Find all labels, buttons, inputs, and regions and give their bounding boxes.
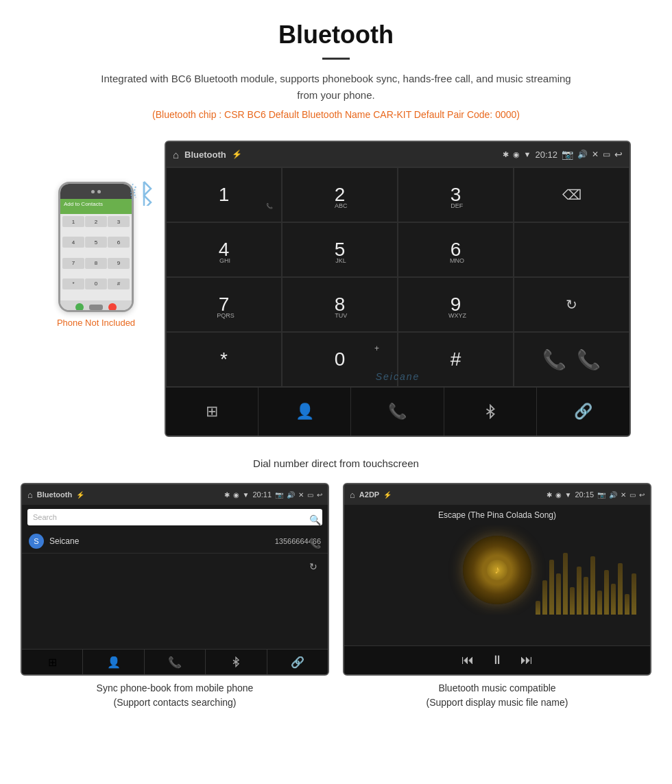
prev-icon[interactable]: ⏮ [461, 653, 474, 667]
pb-search-bar[interactable]: Search [27, 509, 322, 525]
car-usb-icon: ⚡ [232, 150, 242, 159]
pb-bottom-contact[interactable]: 👤 [83, 650, 144, 674]
music-usb-icon: ⚡ [383, 491, 392, 499]
header-specs: (Bluetooth chip : CSR BC6 Default Blueto… [14, 109, 658, 120]
phone-not-included-label: Phone Not Included [57, 318, 135, 328]
phone-red-btn [108, 303, 117, 311]
pb-search-icon[interactable]: 🔍 [309, 514, 321, 525]
pb-bottom-grid[interactable]: ⊞ [22, 650, 83, 674]
next-icon[interactable]: ⏭ [520, 653, 533, 667]
car-bottom-bluetooth-icon[interactable] [444, 388, 537, 436]
eq-bars-container [536, 553, 636, 615]
car-home-icon[interactable]: ⌂ [173, 149, 179, 161]
car-bottom-grid-icon[interactable]: ⊞ [166, 388, 259, 436]
eq-bar [536, 601, 540, 615]
dialer-key-star: * [62, 278, 84, 289]
back-icon[interactable]: ↩ [614, 149, 623, 160]
phone-dot-1 [91, 190, 95, 193]
music-cam-icon[interactable]: 📷 [597, 491, 605, 499]
refresh-icon[interactable]: ↻ [566, 296, 577, 313]
dial-key-1[interactable]: 1 📞 [166, 167, 282, 222]
pb-signal-icon: ▼ [243, 491, 250, 499]
dial-key-6[interactable]: 6 MNO [398, 222, 514, 277]
dial-key-7[interactable]: 7 PQRS [166, 277, 282, 332]
main-section: Add to Contacts 1 2 3 4 5 6 7 8 9 * 0 # [0, 141, 672, 451]
dialer-key-hash: # [108, 278, 130, 289]
pb-bottom-bt[interactable] [206, 650, 267, 674]
pb-contact-row[interactable]: S Seicane 13566664466 [22, 530, 328, 554]
call-green-icon[interactable]: 📞 [542, 348, 566, 371]
dialer-key-4: 4 [62, 237, 84, 248]
dialer-key-5: 5 [85, 237, 107, 248]
dial-key-2[interactable]: 2 ABC [282, 167, 398, 222]
car-bottom-phone-icon[interactable]: 📞 [351, 388, 444, 436]
pb-bottom-phone[interactable]: 📞 [145, 650, 206, 674]
car-bottom-contact-icon[interactable]: 👤 [259, 388, 351, 436]
car-header-left: ⌂ Bluetooth ⚡ [173, 149, 242, 161]
eq-bar [590, 556, 595, 615]
music-home-icon[interactable]: ⌂ [350, 490, 355, 500]
eq-bar [556, 573, 561, 615]
volume-icon[interactable]: 🔊 [577, 150, 588, 159]
music-artwork-area: ♪ [344, 525, 650, 615]
music-vol-icon[interactable]: 🔊 [609, 491, 617, 499]
dial-caption: Dial number direct from touchscreen [0, 458, 672, 469]
dial-key-4[interactable]: 4 GHI [166, 222, 282, 277]
eq-bar [549, 560, 554, 615]
call-red-icon[interactable]: 📞 [577, 348, 601, 371]
pb-call-icon[interactable]: 📞 [309, 538, 321, 549]
phonebook-caption: Sync phone-book from mobile phone (Suppo… [21, 681, 329, 710]
page-header: Bluetooth Integrated with BC6 Bluetooth … [0, 0, 672, 141]
pb-close-icon[interactable]: ✕ [298, 491, 304, 499]
pb-bt-icon: ✱ [224, 491, 230, 499]
dial-key-empty-1: ⌫ [514, 167, 629, 222]
dial-key-5[interactable]: 5 JKL [282, 222, 398, 277]
music-wrapper: ⌂ A2DP ⚡ ✱ ◉ ▼ 20:15 📷 🔊 ✕ ▭ ↩ Escape (T [343, 483, 651, 710]
window-icon[interactable]: ▭ [603, 150, 610, 159]
music-controls: ⏮ ⏸ ⏭ [344, 645, 650, 674]
music-bt-icon: ✱ [547, 491, 552, 499]
header-divider [322, 58, 350, 60]
close-icon[interactable]: ✕ [592, 150, 599, 159]
eq-bar [618, 563, 623, 615]
pb-refresh-icon2[interactable]: ↻ [309, 561, 321, 572]
car-bottom-link-icon[interactable]: 🔗 [537, 388, 629, 436]
phonebook-wrapper: ⌂ Bluetooth ⚡ ✱ ◉ ▼ 20:11 📷 🔊 ✕ ▭ ↩ [21, 483, 329, 710]
pb-back-icon[interactable]: ↩ [317, 491, 322, 499]
phonebook-screen: ⌂ Bluetooth ⚡ ✱ ◉ ▼ 20:11 📷 🔊 ✕ ▭ ↩ [21, 483, 329, 676]
pb-cam-icon[interactable]: 📷 [275, 491, 283, 499]
phone-screen: Add to Contacts 1 2 3 4 5 6 7 8 9 * 0 # [60, 199, 132, 300]
music-back-icon[interactable]: ↩ [639, 491, 645, 499]
dialer-key-0: 0 [85, 278, 107, 289]
pb-bottom-link[interactable]: 🔗 [267, 650, 328, 674]
dialer-key-9: 9 [108, 258, 130, 269]
pb-search-placeholder: Search [33, 513, 57, 521]
play-pause-icon[interactable]: ⏸ [491, 653, 503, 667]
eq-bar [604, 570, 609, 615]
pb-title: Bluetooth [37, 490, 72, 499]
phone-green-btn [75, 303, 84, 311]
eq-bar [542, 580, 547, 615]
dial-key-8[interactable]: 8 TUV [282, 277, 398, 332]
music-signal-icon: ▼ [565, 491, 572, 499]
dialer-key-8: 8 [85, 258, 107, 269]
phone-dot-2 [97, 190, 101, 193]
pb-vol-icon[interactable]: 🔊 [287, 491, 295, 499]
pb-home-icon[interactable]: ⌂ [27, 490, 33, 500]
eq-bar [563, 553, 568, 615]
phone-screen-header: Add to Contacts [60, 199, 132, 214]
music-vinyl: ♪ [463, 536, 531, 604]
dial-key-star[interactable]: * [166, 332, 282, 387]
music-close-icon[interactable]: ✕ [621, 491, 626, 499]
music-win-icon[interactable]: ▭ [629, 491, 636, 499]
music-vinyl-center: ♪ [487, 560, 507, 580]
dial-key-3[interactable]: 3 DEF [398, 167, 514, 222]
pb-win-icon[interactable]: ▭ [307, 491, 313, 499]
dial-key-9[interactable]: 9 WXYZ [398, 277, 514, 332]
car-bottom-bar: ⊞ 👤 📞 🔗 [166, 387, 629, 436]
dialer-key-7: 7 [62, 258, 84, 269]
music-header: ⌂ A2DP ⚡ ✱ ◉ ▼ 20:15 📷 🔊 ✕ ▭ ↩ [344, 484, 650, 505]
camera-icon[interactable]: 📷 [562, 149, 573, 160]
backspace-icon[interactable]: ⌫ [562, 187, 581, 203]
eq-bar [611, 584, 616, 615]
